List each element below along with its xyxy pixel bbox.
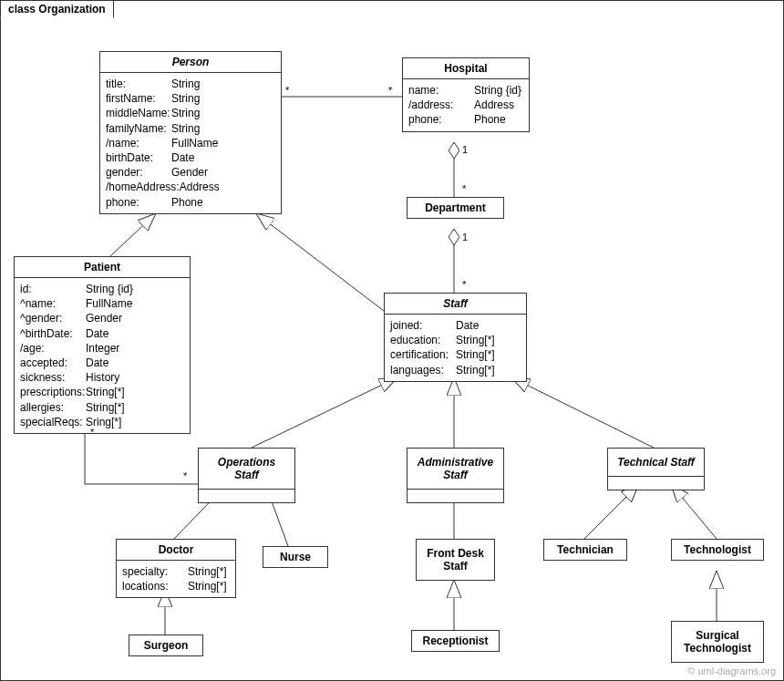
svg-line-5 xyxy=(252,377,397,448)
class-name: Administrative Staff xyxy=(407,449,503,490)
attribute-name: /address: xyxy=(408,98,474,112)
attribute-type: Date xyxy=(86,356,184,370)
attribute-row: phone:Phone xyxy=(408,112,523,127)
attribute-type: String xyxy=(171,91,275,106)
class-attrs: joined:Dateeducation:String[*]certificat… xyxy=(385,315,526,381)
class-technician: Technician xyxy=(543,539,627,561)
attribute-row: certification:String[*] xyxy=(390,347,521,362)
attribute-type: String[*] xyxy=(86,400,184,415)
attribute-row: education:String[*] xyxy=(390,333,521,347)
attribute-type: String[*] xyxy=(456,363,521,377)
attribute-row: allergies:String[*] xyxy=(20,400,184,415)
attribute-name: ^birthDate: xyxy=(20,326,86,341)
mult-dept-staff: 1 xyxy=(462,232,468,242)
attribute-name: languages: xyxy=(390,363,456,377)
attribute-name: middleName: xyxy=(106,106,171,120)
attribute-row: languages:String[*] xyxy=(390,363,521,377)
class-name: Technologist xyxy=(672,540,763,560)
attribute-type: Date xyxy=(456,318,521,333)
attribute-row: ^gender:Gender xyxy=(20,311,184,325)
attribute-row: joined:Date xyxy=(390,318,521,333)
mult-hosp-dept: 1 xyxy=(462,144,468,155)
attribute-type: String xyxy=(171,77,275,91)
attribute-row: specialReqs:Sring[*] xyxy=(20,415,184,429)
attribute-type: FullName xyxy=(171,136,275,150)
attribute-name: title: xyxy=(106,77,171,91)
class-name: Department xyxy=(407,198,503,218)
attribute-type: String[*] xyxy=(86,385,184,399)
attribute-type: Sring[*] xyxy=(86,415,184,429)
class-attrs: specialty:String[*]locations:String[*] xyxy=(117,561,235,597)
attribute-row: sickness:History xyxy=(20,370,184,385)
class-name: Receptionist xyxy=(412,631,499,651)
attribute-type: Gender xyxy=(171,165,275,180)
class-attrs: title:StringfirstName:StringmiddleName:S… xyxy=(100,73,281,213)
attribute-row: /address:Address xyxy=(408,98,523,112)
class-attrs: id:String {id}^name:FullName^gender:Gend… xyxy=(15,278,190,433)
attribute-row: specialty:String[*] xyxy=(122,564,230,579)
attribute-type: History xyxy=(86,370,184,385)
attribute-name: specialty: xyxy=(122,564,188,579)
class-department: Department xyxy=(407,197,504,219)
attribute-name: prescriptions: xyxy=(20,385,86,399)
svg-line-13 xyxy=(671,484,717,539)
attribute-type: String xyxy=(171,106,275,120)
class-staff: Staff joined:Dateeducation:String[*]cert… xyxy=(384,293,527,382)
attribute-name: /homeAddress: xyxy=(106,180,180,194)
attribute-row: title:String xyxy=(106,77,275,91)
attribute-name: phone: xyxy=(106,195,171,210)
attribute-name: locations: xyxy=(122,579,188,593)
class-name: Doctor xyxy=(117,540,235,561)
svg-line-7 xyxy=(511,377,654,448)
class-name: Nurse xyxy=(263,547,327,567)
attribute-type: String[*] xyxy=(456,347,521,362)
attribute-row: accepted:Date xyxy=(20,356,184,370)
attribute-name: specialReqs: xyxy=(20,415,86,429)
uml-diagram-frame: class Organization xyxy=(0,0,784,681)
class-attrs: name:String {id}/address:Addressphone:Ph… xyxy=(403,79,529,131)
attribute-type: String[*] xyxy=(188,579,230,593)
attribute-name: gender: xyxy=(106,165,171,180)
class-name: Operations Staff xyxy=(199,449,294,490)
class-name: Surgical Technologist xyxy=(672,622,763,662)
attribute-type: Date xyxy=(86,326,184,341)
mult-person-hospital-right: * xyxy=(388,85,392,96)
class-name: Hospital xyxy=(403,58,529,79)
class-technologist: Technologist xyxy=(671,539,764,561)
attribute-name: firstName: xyxy=(106,91,171,106)
class-operations-staff: Operations Staff xyxy=(198,448,295,503)
svg-line-3 xyxy=(110,213,156,256)
attribute-row: familyName:String xyxy=(106,121,275,136)
mult-patient-ops-p: * xyxy=(90,427,94,438)
class-nurse: Nurse xyxy=(263,546,328,568)
attribute-row: middleName:String xyxy=(106,106,275,120)
attribute-type: Integer xyxy=(86,341,184,356)
svg-line-12 xyxy=(584,484,639,539)
attribute-row: gender:Gender xyxy=(106,165,275,180)
mult-person-hospital-left: * xyxy=(285,85,289,96)
attribute-row: /name:FullName xyxy=(106,136,275,150)
attribute-type: Address xyxy=(474,98,523,112)
attribute-name: familyName: xyxy=(106,121,171,136)
attribute-name: ^gender: xyxy=(20,311,86,325)
class-hospital: Hospital name:String {id}/address:Addres… xyxy=(402,57,530,132)
class-front-desk-staff: Front Desk Staff xyxy=(416,539,495,581)
attribute-type: Address xyxy=(180,180,275,194)
mult-dept-top: * xyxy=(462,183,466,194)
class-name: Front Desk Staff xyxy=(417,540,494,580)
mult-patient-ops-o: * xyxy=(183,470,187,481)
attribute-type: Phone xyxy=(171,195,275,210)
class-name: Surgeon xyxy=(129,635,202,655)
attribute-row: ^birthDate:Date xyxy=(20,326,184,341)
class-surgical-technologist: Surgical Technologist xyxy=(671,621,764,663)
attribute-name: certification: xyxy=(390,347,456,362)
attribute-row: birthDate:Date xyxy=(106,150,275,165)
attribute-name: allergies: xyxy=(20,400,86,415)
svg-line-4 xyxy=(256,213,384,311)
attribute-type: FullName xyxy=(86,296,184,311)
class-name: Technical Staff xyxy=(608,449,704,477)
attribute-name: /name: xyxy=(106,136,171,150)
attribute-name: education: xyxy=(390,333,456,347)
class-administrative-staff: Administrative Staff xyxy=(407,448,504,503)
attribute-row: phone:Phone xyxy=(106,195,275,210)
